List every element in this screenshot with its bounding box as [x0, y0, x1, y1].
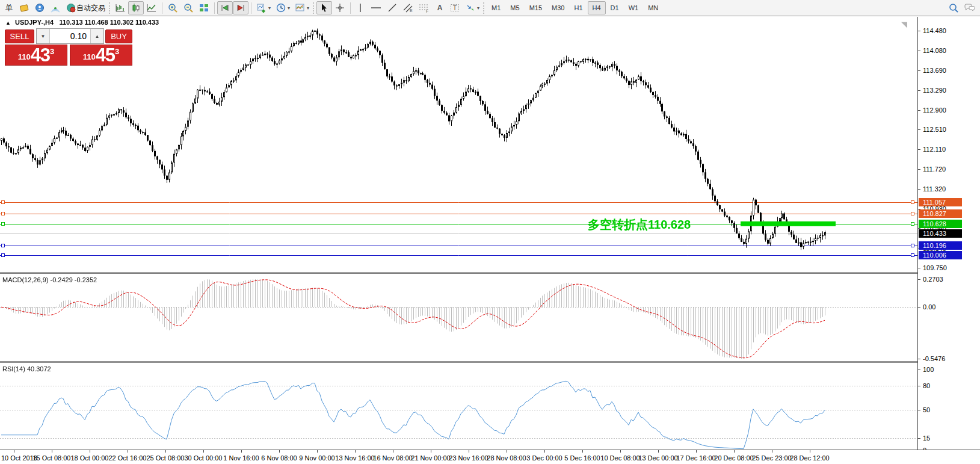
time-axis-label: 21 Nov 00:00 — [411, 454, 450, 462]
templates-button[interactable]: ▾ — [292, 1, 312, 14]
chevron-down-icon: ▾ — [477, 5, 479, 11]
axis-tick-mark — [918, 359, 920, 359]
time-axis-label: 10 Dec 08:00 — [600, 454, 639, 462]
time-tick-mark — [431, 450, 431, 453]
macd-axis-max: 0.2703 — [923, 276, 943, 283]
candlestick-chart-button[interactable] — [128, 1, 144, 14]
label-tool-button[interactable]: T — [447, 1, 463, 14]
timeframe-button-h1[interactable]: H1 — [569, 1, 587, 14]
time-tick-mark — [165, 450, 166, 453]
svg-text:F: F — [426, 9, 428, 13]
main-chart-canvas[interactable] — [0, 17, 917, 272]
time-axis-label: 25 Dec 23:00 — [752, 454, 791, 462]
zoom-out-button[interactable] — [180, 1, 196, 14]
time-tick-mark — [90, 450, 90, 453]
buy-price-prefix: 110 — [83, 52, 96, 61]
vertical-line-tool-button[interactable] — [353, 1, 368, 14]
price-tick-label: 113.690 — [923, 67, 946, 74]
tile-windows-button[interactable] — [196, 1, 212, 14]
time-tick-mark — [620, 450, 621, 453]
zoom-out-icon — [183, 2, 194, 13]
time-axis-label: 22 Oct 16:00 — [109, 454, 147, 462]
timeframe-button-w1[interactable]: W1 — [624, 1, 644, 14]
axis-tick-mark — [918, 70, 920, 71]
axis-tick-mark — [918, 51, 920, 51]
rsi-indicator-canvas[interactable] — [0, 363, 917, 450]
axis-tick-mark — [918, 31, 920, 31]
periods-button[interactable]: ▾ — [273, 1, 292, 14]
volume-input[interactable] — [50, 29, 90, 43]
time-tick-mark — [582, 450, 583, 453]
volume-increase-button[interactable]: ▲ — [90, 29, 103, 43]
chat-button[interactable] — [961, 1, 978, 14]
time-axis-label: 6 Nov 08:00 — [261, 454, 297, 462]
time-tick-mark — [203, 450, 204, 453]
indicators-button[interactable]: ▾ — [254, 1, 273, 14]
zoom-in-button[interactable] — [165, 1, 180, 14]
bar-chart-button[interactable] — [112, 1, 128, 14]
new-order-button[interactable]: 单 — [2, 1, 16, 14]
line-chart-button[interactable] — [144, 1, 159, 14]
toolbar-grip[interactable] — [109, 2, 111, 14]
time-axis-label: 15 Oct 08:00 — [33, 454, 71, 462]
toolbar: 单 自动交易 ▾ ▾ ▾ E F A T ▾ M1M — [0, 0, 980, 16]
community-button[interactable] — [32, 1, 48, 14]
arrows-tool-button[interactable]: ▾ — [463, 1, 482, 14]
time-tick-mark — [810, 450, 810, 453]
price-line-badge: 110.628 — [919, 220, 962, 228]
trendline-tool-button[interactable] — [384, 1, 400, 14]
horizontal-line-tool-button[interactable] — [368, 1, 384, 14]
time-tick-mark — [14, 450, 14, 453]
time-axis-label: 25 Oct 08:00 — [147, 454, 185, 462]
auto-scroll-button[interactable] — [217, 1, 233, 14]
channel-icon: E — [402, 2, 413, 13]
sell-price-big: 43 — [31, 46, 50, 64]
arrows-icon — [465, 2, 476, 13]
channel-tool-button[interactable]: E — [400, 1, 416, 14]
buy-price-tile[interactable]: 110 45 3 — [70, 45, 132, 66]
fibonacci-tool-button[interactable]: F — [416, 1, 433, 14]
timeframe-group: M1M5M15M30H1H4D1W1MN — [487, 1, 663, 14]
search-button[interactable] — [946, 1, 961, 14]
signals-button[interactable] — [48, 1, 63, 14]
chart-shift-button[interactable] — [233, 1, 248, 14]
collapse-triangle-icon[interactable]: ▲ — [5, 20, 11, 26]
text-tool-button[interactable]: A — [433, 1, 447, 14]
timeframe-button-h4[interactable]: H4 — [588, 1, 606, 14]
autotrading-label: 自动交易 — [76, 3, 105, 13]
timeframe-button-m1[interactable]: M1 — [487, 1, 505, 14]
timeframe-button-mn[interactable]: MN — [643, 1, 663, 14]
panel-splitter[interactable] — [0, 361, 980, 363]
autotrading-button[interactable]: 自动交易 — [63, 1, 108, 14]
price-line-badge: 111.057 — [919, 198, 962, 206]
buy-button[interactable]: BUY — [105, 29, 132, 43]
journal-icon — [19, 2, 29, 13]
time-tick-mark — [317, 450, 318, 453]
timeframe-button-d1[interactable]: D1 — [606, 1, 624, 14]
metaeditor-button[interactable] — [16, 1, 32, 14]
time-tick-mark — [658, 450, 659, 453]
timeframe-button-m5[interactable]: M5 — [505, 1, 524, 14]
timeframe-button-m30[interactable]: M30 — [547, 1, 569, 14]
crosshair-icon — [334, 2, 345, 13]
cursor-tool-button[interactable] — [316, 1, 332, 14]
timeframe-button-m15[interactable]: M15 — [525, 1, 547, 14]
sell-price-tile[interactable]: 110 43 3 — [5, 45, 67, 66]
time-tick-mark — [734, 450, 735, 453]
toolbar-grip[interactable] — [483, 2, 485, 14]
volume-decrease-button[interactable]: ▼ — [37, 29, 50, 43]
toolbar-grip[interactable] — [313, 2, 315, 14]
time-tick-mark — [696, 450, 697, 453]
axis-tick-mark — [918, 90, 920, 91]
price-line-badge: 110.196 — [919, 241, 962, 250]
axis-tick-mark — [918, 410, 920, 410]
crosshair-tool-button[interactable] — [332, 1, 348, 14]
panel-splitter[interactable] — [0, 272, 980, 274]
sell-button[interactable]: SELL — [5, 29, 34, 43]
macd-indicator-canvas[interactable] — [0, 274, 917, 361]
macd-axis-zero: 0.00 — [923, 303, 935, 311]
text-tool-icon: A — [437, 4, 443, 12]
time-tick-mark — [772, 450, 772, 453]
time-tick-mark — [544, 450, 545, 453]
time-axis-label: 17 Dec 16:00 — [676, 454, 715, 462]
